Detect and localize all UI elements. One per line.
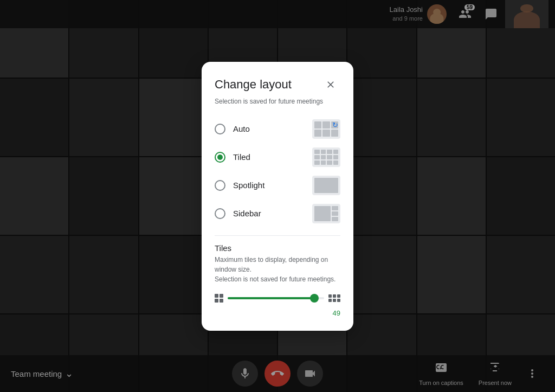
sidebar-preview-content bbox=[312, 204, 340, 223]
preview-cell bbox=[327, 150, 332, 154]
radio-auto-circle bbox=[215, 124, 225, 134]
sidebar-mini-3 bbox=[332, 217, 338, 221]
preview-cell bbox=[333, 155, 339, 159]
preview-cell bbox=[333, 150, 339, 154]
close-button[interactable] bbox=[321, 75, 340, 94]
preview-cell bbox=[327, 160, 332, 165]
tiles-description: Maximum tiles to display, depending on w… bbox=[215, 255, 340, 284]
preview-cell bbox=[314, 130, 321, 137]
preview-cell bbox=[321, 150, 326, 154]
dialog-title: Change layout bbox=[215, 78, 292, 92]
tiled-preview-grid bbox=[312, 147, 340, 167]
layout-option-spotlight[interactable]: Spotlight bbox=[215, 171, 340, 200]
tiles-slider-row bbox=[215, 293, 340, 304]
slider-thumb[interactable] bbox=[310, 294, 319, 303]
radio-auto-label: Auto bbox=[233, 124, 250, 133]
refresh-icon: ↻ bbox=[332, 121, 338, 129]
dialog-header: Change layout bbox=[215, 75, 340, 94]
auto-preview: ↻ bbox=[312, 119, 340, 139]
layout-option-tiled[interactable]: Tiled bbox=[215, 143, 340, 171]
preview-cell bbox=[327, 155, 332, 159]
radio-spotlight-left: Spotlight bbox=[215, 180, 264, 191]
sidebar-mini-1 bbox=[332, 206, 338, 210]
section-divider bbox=[215, 235, 340, 236]
preview-cell bbox=[314, 121, 321, 128]
tiled-preview bbox=[312, 147, 340, 167]
spotlight-preview bbox=[312, 176, 340, 195]
layout-option-auto[interactable]: Auto ↻ bbox=[215, 115, 340, 143]
preview-cell bbox=[322, 121, 330, 128]
spotlight-preview-content bbox=[312, 176, 340, 195]
preview-cell bbox=[333, 160, 339, 165]
radio-auto-left: Auto bbox=[215, 124, 250, 134]
preview-cell bbox=[314, 155, 320, 159]
preview-cell bbox=[322, 130, 330, 137]
sidebar-strip bbox=[332, 206, 338, 221]
slider-fill bbox=[228, 297, 314, 299]
preview-cell bbox=[321, 155, 326, 159]
preview-cell bbox=[314, 160, 320, 165]
sidebar-preview bbox=[312, 204, 340, 223]
preview-cell bbox=[314, 150, 320, 154]
radio-spotlight-label: Spotlight bbox=[233, 181, 264, 190]
tiles-value: 49 bbox=[333, 309, 340, 317]
grid-large-icon bbox=[328, 294, 340, 302]
tiles-section-title: Tiles bbox=[215, 243, 340, 253]
grid-small-icon bbox=[215, 294, 223, 303]
radio-sidebar-circle bbox=[215, 208, 225, 219]
slider-track bbox=[228, 297, 324, 299]
preview-cell bbox=[321, 160, 326, 165]
radio-tiled-left: Tiled bbox=[215, 152, 250, 163]
spotlight-main-area bbox=[314, 178, 338, 193]
preview-cell bbox=[331, 130, 338, 137]
tiles-slider-wrapper bbox=[228, 293, 324, 304]
radio-tiled-label: Tiled bbox=[233, 152, 250, 162]
layout-option-sidebar[interactable]: Sidebar bbox=[215, 200, 340, 228]
sidebar-main-area bbox=[314, 206, 331, 221]
modal-overlay: Change layout Selection is saved for fut… bbox=[0, 0, 555, 392]
radio-spotlight-circle bbox=[215, 180, 225, 191]
sidebar-mini-2 bbox=[332, 211, 338, 216]
radio-sidebar-label: Sidebar bbox=[233, 209, 261, 218]
radio-tiled-circle bbox=[215, 152, 225, 163]
close-icon bbox=[325, 79, 336, 90]
radio-sidebar-left: Sidebar bbox=[215, 208, 261, 219]
dialog-subtitle: Selection is saved for future meetings bbox=[215, 98, 340, 105]
change-layout-dialog: Change layout Selection is saved for fut… bbox=[202, 62, 353, 331]
